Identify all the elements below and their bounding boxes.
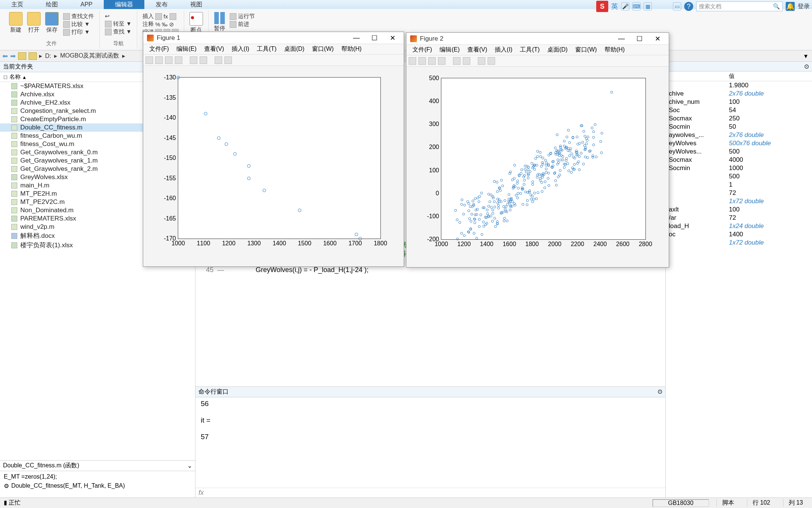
maximize-button[interactable]: ☐ [632,35,647,43]
nav-back-button[interactable]: ↩ [105,13,132,20]
figure-menu-item[interactable]: 编辑(E) [436,46,463,54]
figure-menu-item[interactable]: 编辑(E) [173,45,200,53]
save-icon[interactable] [165,56,173,64]
fx-prompt[interactable]: fx [195,488,665,497]
goto-button[interactable]: 转至 ▼ [105,20,132,27]
figure-2-titlebar[interactable]: Figure 2 — ☐ ✕ [406,33,669,45]
folder-up-icon[interactable] [29,52,37,60]
run-section-button[interactable]: 运行节 [230,13,255,20]
minimize-button[interactable]: — [614,35,629,43]
ime-grid-icon[interactable]: ▦ [644,2,652,11]
close-button[interactable]: ✕ [385,34,400,42]
comment-button[interactable]: 注释 % ‰ ⊘ [142,21,179,28]
new-button[interactable]: 新建 [9,12,23,33]
workspace-row[interactable]: 500 [666,172,812,181]
help-icon[interactable]: ? [684,2,693,11]
link-icon[interactable] [190,56,197,64]
folder-icon[interactable] [18,52,26,60]
figure-2-plot[interactable]: 5004003002001000-100-2001000120014001600… [406,67,669,267]
dock-icon[interactable]: ⊙ [657,388,662,396]
insert-button[interactable]: 插入 fx [142,13,179,20]
workspace-row[interactable]: Soc54 [666,106,812,114]
workspace-row[interactable]: Socmax250 [666,114,812,123]
workspace-row[interactable]: oc1400 [666,230,812,239]
tab-publish[interactable]: 发布 [144,0,179,9]
figure-1-plot[interactable]: -130-135-140-145-150-155-160-165-1701000… [143,66,404,266]
pause-button[interactable]: 暂停 [214,12,225,32]
save-icon[interactable] [428,57,436,65]
compare-button[interactable]: 比较 ▼ [63,21,94,28]
workspace-row[interactable]: 1x72 double [666,197,812,205]
figure-menu-item[interactable]: 工具(T) [516,46,543,54]
figure-menu-item[interactable]: 文件(F) [409,46,436,54]
workspace-row[interactable]: 1 [666,181,812,189]
insert-legend-icon[interactable] [224,56,232,64]
brush-icon[interactable] [463,57,470,65]
nav-back-icon[interactable]: ⬅ [2,52,8,60]
workspace-row[interactable]: 1x72 double [666,239,812,247]
workspace-row[interactable]: /ar72 [666,214,812,222]
workspace-row[interactable]: Socmin50 [666,123,812,131]
tab-home[interactable]: 主页 [0,0,35,9]
workspace-row[interactable]: eyWolves...500 [666,148,812,156]
link-icon[interactable] [453,57,461,65]
figure-menu-item[interactable]: 桌面(D) [280,45,308,53]
figure-menu-item[interactable]: 帮助(H) [601,46,629,54]
workspace-row[interactable]: 1.9800 [666,81,812,90]
figure-menu-item[interactable]: 文件(F) [145,45,173,53]
tab-editor[interactable]: 编辑器 [104,0,144,9]
brush-icon[interactable] [200,56,207,64]
figure-menu-item[interactable]: 插入(I) [491,46,516,54]
workspace-row[interactable]: eyWolves500x76 double [666,139,812,148]
figure-menu-item[interactable]: 插入(I) [228,45,253,53]
maximize-button[interactable]: ☐ [367,34,382,42]
figure-menu-item[interactable]: 窗口(W) [571,46,601,54]
breadcrumb[interactable]: ▸ D: ▸ MOGBO及其测试函数 ▸ [39,52,125,60]
status-encoding[interactable]: GB18030 [653,499,709,507]
notification-icon[interactable]: 🔔 [786,2,795,11]
open-icon[interactable] [155,56,163,64]
open-icon[interactable] [418,57,426,65]
workspace-row[interactable]: Socmax4000 [666,156,812,164]
col-value[interactable]: 值 [726,71,738,81]
figure-1-titlebar[interactable]: Figure 1 — ☐ ✕ [143,32,404,44]
close-button[interactable]: ✕ [650,35,665,43]
addr-dropdown-icon[interactable]: ▾ [801,52,810,60]
figure-menu-item[interactable]: 工具(T) [253,45,280,53]
dock-icon[interactable]: ⊙ [804,63,809,70]
workspace-row[interactable]: chive2x76 double [666,90,812,98]
pointer-icon[interactable] [478,57,485,65]
workspace-row[interactable]: Socmin1000 [666,164,812,172]
tab-app[interactable]: APP [69,0,104,9]
find-button[interactable]: 查找 ▼ [105,28,132,35]
tab-plot[interactable]: 绘图 [35,0,69,9]
nav-fwd-icon[interactable]: ➡ [10,52,16,60]
ime-sogou-icon[interactable]: S [596,1,608,12]
figure-menu-item[interactable]: 查看(V) [200,45,228,53]
workspace-row[interactable]: axlt100 [666,205,812,214]
pointer-icon[interactable] [215,56,222,64]
tab-view[interactable]: 视图 [179,0,214,9]
insert-legend-icon[interactable] [488,57,495,65]
print-button[interactable]: 打印 ▼ [63,29,94,36]
command-window[interactable]: 56 it = 57 [195,397,665,488]
print-icon[interactable] [175,56,182,64]
ime-voice-icon[interactable]: 🎤 [621,2,629,11]
open-button[interactable]: 打开 [27,12,41,33]
figure-menu-item[interactable]: 窗口(W) [308,45,338,53]
print-icon[interactable] [438,57,445,65]
figure-menu-item[interactable]: 查看(V) [464,46,491,54]
doc-search-input[interactable]: 搜索文档 🔍 [696,2,783,11]
workspace-row[interactable]: aywolves_...2x76 double [666,131,812,139]
detail-header[interactable]: Double_CC_fitness.m (函数)⌄ [0,460,195,471]
minimize-button[interactable]: — [349,34,364,42]
workspace-row[interactable]: load_H1x24 double [666,222,812,230]
save-button[interactable]: 保存 [45,12,59,33]
breakpoints-button[interactable]: 断点 [189,12,203,33]
new-figure-icon[interactable] [145,56,153,64]
ime-language[interactable]: 英 [611,2,618,11]
layout-icon[interactable]: ▭ [673,2,681,11]
login-link[interactable]: 登录 [798,3,810,11]
ime-keyboard-icon[interactable]: ⌨ [632,2,641,11]
figure-menu-item[interactable]: 帮助(H) [338,45,365,53]
